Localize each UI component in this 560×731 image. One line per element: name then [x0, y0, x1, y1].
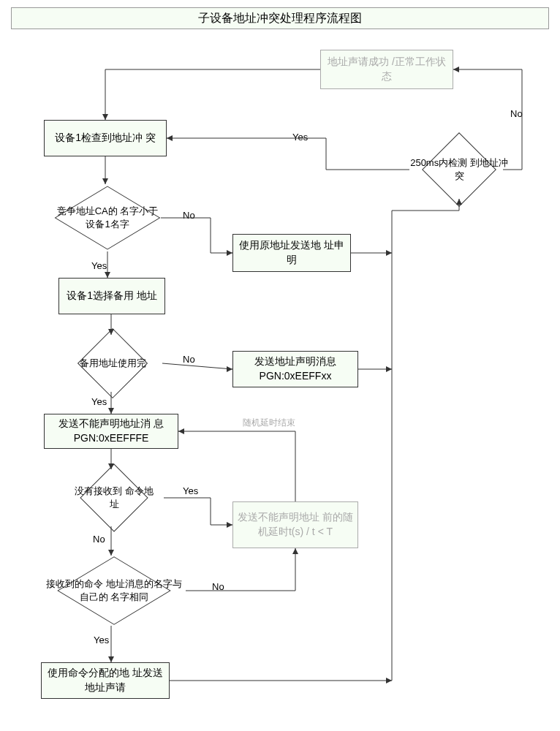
- label-no-4: No: [212, 581, 224, 592]
- node-start-text: 地址声请成功 /正常工作状态: [324, 55, 450, 83]
- svg-marker-4: [105, 272, 110, 278]
- svg-marker-19: [292, 548, 298, 554]
- node-use-cmd-addr-text: 使用命令分配的地 址发送地址声请: [45, 666, 166, 694]
- label-no-1: No: [183, 210, 195, 221]
- node-select-backup: 设备1选择备用 地址: [58, 278, 165, 314]
- node-name-same: 接收到的命令 地址消息的名字与自己的 名字相同: [41, 554, 187, 627]
- svg-marker-15: [227, 522, 232, 528]
- label-no-6: No: [510, 108, 523, 119]
- svg-marker-22: [386, 678, 392, 683]
- svg-marker-9: [227, 366, 232, 372]
- label-delay-end: 随机延时结束: [243, 417, 295, 429]
- label-no-2: No: [183, 354, 195, 365]
- label-yes-2: Yes: [91, 396, 107, 407]
- svg-marker-27: [453, 67, 459, 72]
- svg-marker-21: [108, 656, 114, 662]
- label-yes-1: Yes: [91, 260, 107, 271]
- node-random-delay: 发送不能声明地址 前的随机延时t(s) / t < T: [232, 501, 358, 548]
- node-send-claim-pgn-text: 发送地址声明消息 PGN:0xEEFFxx: [236, 355, 355, 383]
- node-name-less-text: 竞争地址CA的 名字小于设备1名字: [53, 205, 162, 230]
- node-use-cmd-addr: 使用命令分配的地 址发送地址声请: [41, 662, 170, 699]
- label-yes-5: Yes: [292, 132, 308, 143]
- node-select-backup-text: 设备1选择备用 地址: [67, 289, 157, 303]
- title-bar: 子设备地址冲突处理程序流程图: [11, 7, 549, 29]
- svg-marker-0: [102, 114, 108, 120]
- node-backup-used-text: 备用地址使用完: [65, 357, 160, 370]
- node-cannot-claim: 发送不能声明地址消 息PGN:0xEEFFFE: [44, 414, 178, 449]
- node-no-cmd-addr-text: 没有接收到 命令地址: [70, 485, 158, 510]
- label-yes-3: Yes: [183, 485, 198, 496]
- node-name-less: 竞争地址CA的 名字小于设备1名字: [53, 183, 162, 253]
- node-random-delay-text: 发送不能声明地址 前的随机延时t(s) / t < T: [236, 510, 355, 539]
- svg-marker-10: [386, 366, 392, 372]
- node-start: 地址声请成功 /正常工作状态: [320, 50, 453, 89]
- svg-marker-5: [227, 250, 232, 256]
- node-detect-conflict-text: 设备1检查到地址冲 突: [55, 131, 156, 145]
- node-send-orig-text: 使用原地址发送地 址申明: [236, 238, 347, 267]
- title-text: 子设备地址冲突处理程序流程图: [198, 12, 362, 24]
- node-name-same-text: 接收到的命令 地址消息的名字与自己的 名字相同: [45, 577, 183, 603]
- node-cannot-claim-text: 发送不能声明地址消 息PGN:0xEEFFFE: [48, 417, 175, 445]
- node-250ms: 250ms内检测 到地址冲突: [408, 139, 510, 200]
- svg-marker-6: [386, 250, 392, 256]
- node-send-claim-pgn: 发送地址声明消息 PGN:0xEEFFxx: [232, 351, 358, 387]
- node-detect-conflict: 设备1检查到地址冲 突: [44, 120, 167, 156]
- label-no-3: No: [93, 534, 105, 545]
- svg-marker-26: [167, 135, 173, 141]
- node-250ms-text: 250ms内检测 到地址冲突: [408, 156, 510, 182]
- node-backup-used: 备用地址使用完: [61, 333, 164, 393]
- node-send-orig: 使用原地址发送地 址申明: [232, 234, 351, 272]
- svg-marker-12: [108, 408, 114, 414]
- svg-marker-16: [178, 428, 184, 434]
- node-no-cmd-addr: 没有接收到 命令地址: [63, 468, 165, 528]
- label-yes-4: Yes: [94, 635, 109, 645]
